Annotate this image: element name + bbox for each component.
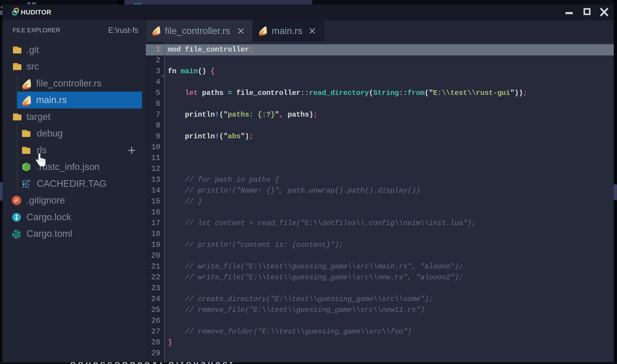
svg-text:9: 9 — [28, 179, 30, 183]
svg-text:0: 0 — [25, 185, 27, 189]
svg-text:git: git — [14, 199, 18, 202]
svg-text:9: 9 — [22, 185, 24, 189]
svg-text:1: 1 — [27, 186, 29, 189]
